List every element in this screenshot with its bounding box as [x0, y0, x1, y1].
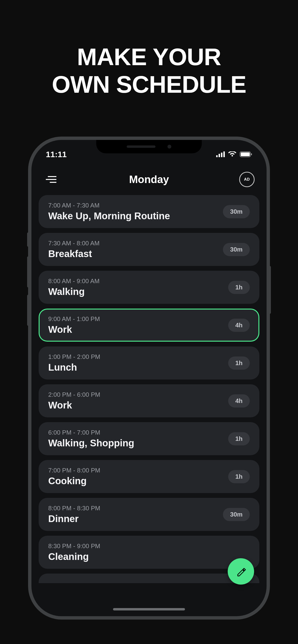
- schedule-item[interactable]: 8:00 AM - 9:00 AMWalking1h: [39, 271, 259, 304]
- status-time: 11:11: [46, 150, 67, 159]
- duration-pill: 4h: [228, 394, 250, 408]
- headline-line-2: OWN SCHEDULE: [0, 71, 298, 98]
- activity-title: Work: [48, 400, 100, 411]
- time-range: 9:00 AM - 1:00 PM: [48, 315, 100, 323]
- duration-pill: 30m: [223, 205, 250, 218]
- promo-headline: MAKE YOUR OWN SCHEDULE: [0, 0, 298, 127]
- activity-title: Work: [48, 324, 100, 335]
- duration-pill: 1h: [228, 432, 250, 446]
- front-camera: [168, 145, 171, 148]
- activity-title: Dinner: [48, 514, 100, 524]
- phone-notch: [96, 140, 202, 153]
- time-range: 2:00 PM - 6:00 PM: [48, 391, 100, 398]
- phone-frame: 11:11: [28, 136, 270, 620]
- ad-label: AD: [244, 177, 250, 182]
- svg-rect-1: [219, 154, 220, 157]
- menu-button[interactable]: [43, 172, 59, 187]
- app-header: Monday AD: [32, 169, 266, 190]
- time-range: 7:00 AM - 7:30 AM: [48, 202, 170, 209]
- wifi-icon: [228, 152, 236, 157]
- activity-title: Lunch: [48, 362, 100, 373]
- svg-rect-6: [251, 153, 252, 155]
- schedule-item[interactable]: 7:00 PM - 8:00 PMCooking1h: [39, 460, 259, 493]
- duration-pill: 4h: [228, 319, 250, 332]
- schedule-item[interactable]: 6:00 PM - 7:00 PMWalking, Shopping1h: [39, 422, 259, 455]
- svg-rect-5: [241, 152, 250, 156]
- schedule-item[interactable]: 9:00 AM - 1:00 PMWork4h: [39, 308, 259, 342]
- schedule-item-peek[interactable]: [39, 574, 259, 583]
- speaker-grille: [127, 146, 156, 148]
- activity-title: Walking: [48, 286, 100, 297]
- time-range: 8:00 AM - 9:00 AM: [48, 278, 100, 285]
- activity-title: Walking, Shopping: [48, 438, 134, 448]
- svg-rect-0: [216, 155, 218, 157]
- time-range: 7:30 AM - 8:00 AM: [48, 240, 100, 247]
- schedule-item[interactable]: 7:30 AM - 8:00 AMBreakfast30m: [39, 233, 259, 266]
- schedule-item[interactable]: 8:00 PM - 8:30 PMDinner30m: [39, 498, 259, 531]
- activity-title: Breakfast: [48, 248, 100, 259]
- time-range: 7:00 PM - 8:00 PM: [48, 467, 100, 474]
- ad-button[interactable]: AD: [239, 172, 255, 187]
- activity-title: Cooking: [48, 476, 100, 486]
- menu-icon: [46, 176, 56, 183]
- schedule-item[interactable]: 2:00 PM - 6:00 PMWork4h: [39, 384, 259, 417]
- schedule-item[interactable]: 8:30 PM - 9:00 PMCleaning: [39, 536, 259, 569]
- duration-pill: 30m: [223, 243, 250, 256]
- time-range: 6:00 PM - 7:00 PM: [48, 429, 134, 436]
- time-range: 8:30 PM - 9:00 PM: [48, 542, 100, 550]
- duration-pill: 30m: [223, 508, 250, 521]
- duration-pill: 1h: [228, 356, 250, 370]
- time-range: 8:00 PM - 8:30 PM: [48, 504, 100, 512]
- svg-rect-2: [221, 152, 222, 157]
- schedule-item[interactable]: 7:00 AM - 7:30 AMWake Up, Morning Routin…: [39, 195, 259, 228]
- schedule-list[interactable]: 7:00 AM - 7:30 AMWake Up, Morning Routin…: [39, 195, 259, 602]
- day-title: Monday: [129, 174, 169, 186]
- home-indicator[interactable]: [113, 608, 185, 610]
- edit-fab[interactable]: [228, 558, 254, 584]
- duration-pill: 1h: [228, 470, 250, 483]
- phone-mockup: 11:11: [28, 136, 270, 620]
- schedule-item[interactable]: 1:00 PM - 2:00 PMLunch1h: [39, 346, 259, 380]
- pencil-icon: [236, 566, 246, 576]
- duration-pill: 1h: [228, 281, 250, 294]
- activity-title: Cleaning: [48, 551, 100, 562]
- cellular-signal-icon: [216, 152, 225, 157]
- battery-icon: [240, 152, 252, 157]
- time-range: 1:00 PM - 2:00 PM: [48, 353, 100, 360]
- activity-title: Wake Up, Morning Routine: [48, 210, 170, 222]
- svg-rect-3: [223, 152, 225, 157]
- headline-line-1: MAKE YOUR: [0, 43, 298, 71]
